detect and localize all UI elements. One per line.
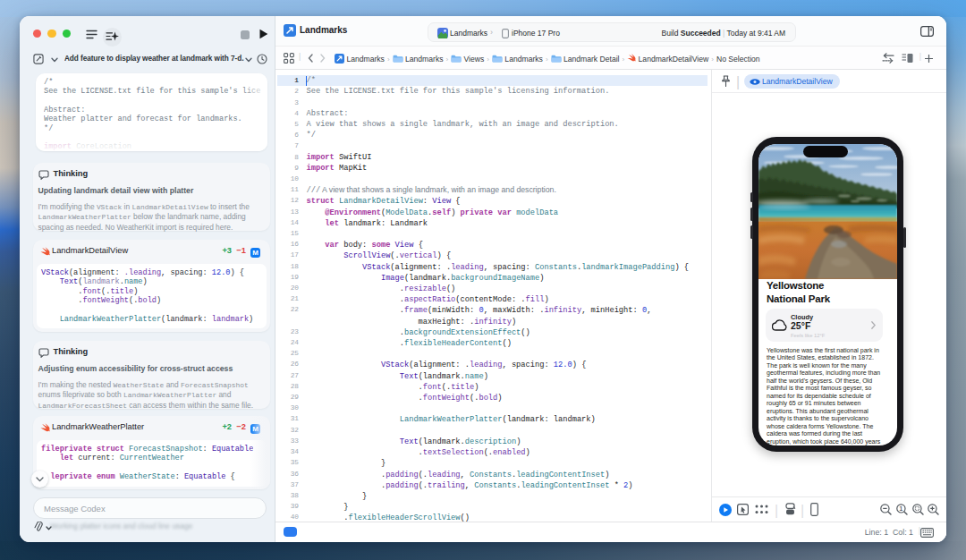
svg-text:1: 1 bbox=[900, 505, 903, 512]
